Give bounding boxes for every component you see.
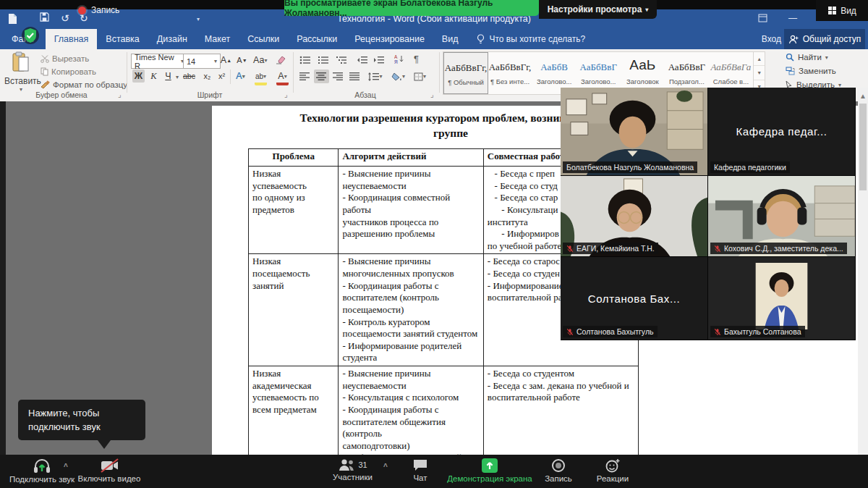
underline-dropdown[interactable]: ▾ [176, 74, 179, 80]
font-name-value: Times New R [135, 53, 181, 70]
chevron-down-icon: ▾ [645, 7, 648, 13]
qat-customize-button[interactable]: ▾ [197, 16, 200, 22]
shading-button[interactable]: ▾ [391, 70, 406, 83]
copy-button[interactable]: Копировать [41, 67, 96, 76]
paragraph-dialog-launcher[interactable]: ⌟ [430, 91, 434, 98]
find-button[interactable]: Найти▾ [786, 53, 828, 62]
superscript-glyph: х² [218, 72, 225, 80]
reactions-button[interactable]: Реакции [590, 458, 635, 483]
tab-home[interactable]: Главная [46, 29, 98, 49]
align-center-button[interactable] [314, 70, 329, 83]
cut-button[interactable]: Вырезать [41, 54, 89, 63]
video-tile-avatar[interactable]: Бахытгуль Солтанова [708, 257, 855, 340]
meeting-security-shield-icon[interactable] [21, 26, 40, 45]
undo-button[interactable]: ↺ [61, 12, 69, 24]
video-tile[interactable]: ЕАГИ, Кемайкина Т.Н. [561, 176, 707, 256]
text-effects-button[interactable]: А▾ [234, 70, 247, 83]
group-separator [127, 52, 127, 93]
participants-button[interactable]: 31 Участники [326, 458, 380, 481]
decrease-indent-button[interactable] [354, 53, 370, 67]
styles-scroll-down[interactable]: ▼ [754, 66, 765, 80]
start-video-button[interactable]: Включить видео [77, 458, 142, 483]
video-tile-camera-off[interactable]: Кафедра педаг... Кафедра педагогики [708, 88, 855, 175]
replace-button[interactable]: Заменить [786, 67, 836, 75]
font-dialog-launcher[interactable]: ⌟ [284, 91, 288, 98]
scrollbar-thumb[interactable] [859, 104, 867, 190]
align-left-button[interactable] [297, 70, 312, 83]
record-button[interactable]: Запись [538, 458, 579, 483]
format-painter-button[interactable]: Формат по образцу [41, 80, 127, 89]
underline-button[interactable]: Ч [162, 70, 174, 83]
font-size-combo[interactable]: 14▾ [183, 54, 221, 69]
tab-references[interactable]: Ссылки [239, 29, 288, 49]
video-tile-speaker[interactable]: Болатбекова Назгуль Жоламановна [561, 88, 707, 175]
tell-me-box[interactable]: Что вы хотите сделать? [467, 29, 585, 49]
show-marks-button[interactable]: ¶ [409, 52, 424, 66]
superscript-button[interactable]: х² [216, 70, 228, 83]
video-tile-camera-off[interactable]: Солтанова Бах... Солтанова Бахытгуль [561, 257, 707, 340]
ribbon-display-options-button[interactable] [758, 14, 767, 25]
bullets-button[interactable] [297, 53, 312, 67]
grow-font-glyph: А [221, 55, 226, 65]
subscript-button[interactable]: х₂ [201, 70, 213, 83]
save-button[interactable] [40, 12, 49, 24]
change-case-button[interactable]: Аа▾ [253, 54, 267, 67]
chevron-down-icon: ▾ [263, 73, 266, 80]
share-screen-button[interactable]: Демонстрация экрана [446, 458, 534, 483]
up-caret-icon: ▲ [226, 58, 231, 63]
increase-indent-button[interactable] [371, 53, 386, 67]
style-normal[interactable]: АаБбВвГг,¶ Обычный [443, 52, 488, 94]
strikethrough-button[interactable]: abc [183, 70, 195, 83]
zoom-meeting-window: ↺ ↻ ▾ Технология - Word (Сбой активации … [0, 0, 868, 488]
chat-button[interactable]: Чат [404, 458, 437, 482]
sign-in-button[interactable]: Вход [762, 29, 781, 49]
view-settings-button[interactable]: Настройки просмотра ▾ [539, 0, 657, 19]
styles-scroll-up[interactable]: ▲ [754, 52, 765, 66]
italic-button[interactable]: К [148, 70, 160, 83]
table-header-cell: Проблема [249, 149, 339, 167]
borders-icon [414, 72, 423, 81]
style-no-spacing[interactable]: АаБбВвГг,¶ Без инте... [488, 52, 532, 94]
line-spacing-icon [367, 72, 379, 81]
line-spacing-button[interactable]: ▾ [367, 70, 383, 83]
align-right-button[interactable] [331, 70, 346, 83]
record-label: Запись [545, 474, 572, 483]
font-group-label: Шрифт [166, 91, 253, 99]
muted-mic-icon [714, 328, 721, 336]
font-color-button[interactable]: А▾ [276, 70, 289, 85]
scissors-icon [41, 55, 49, 63]
minimize-button[interactable]: — [788, 13, 797, 23]
word-scrollbar[interactable]: ▲ [858, 88, 868, 455]
participants-options-chevron[interactable]: ^ [383, 463, 388, 471]
scroll-up-icon[interactable]: ▲ [858, 88, 868, 100]
tab-design[interactable]: Дизайн [148, 29, 196, 49]
tab-mailings[interactable]: Рассылки [288, 29, 346, 49]
tab-layout[interactable]: Макет [196, 29, 239, 49]
tab-view[interactable]: Вид [433, 29, 467, 49]
audio-options-chevron[interactable]: ^ [64, 463, 68, 471]
grow-font-button[interactable]: А▲ [220, 54, 232, 67]
view-button[interactable]: Вид [816, 0, 868, 21]
shrink-font-button[interactable]: А▼ [236, 54, 248, 67]
numbering-button[interactable] [315, 53, 331, 67]
clear-formatting-button[interactable] [276, 54, 286, 67]
view-settings-label: Настройки просмотра [548, 4, 642, 14]
font-name-combo[interactable]: Times New R▾ [131, 54, 187, 69]
tab-review[interactable]: Рецензирование [346, 29, 433, 49]
paste-button[interactable]: Вставить ▾ [4, 51, 38, 93]
share-document-button[interactable]: Общий доступ [784, 29, 865, 49]
bold-button[interactable]: Ж [132, 70, 145, 83]
copy-label: Копировать [51, 67, 96, 76]
justify-button[interactable] [347, 70, 362, 83]
clipboard-dialog-launcher[interactable]: ⌟ [118, 91, 122, 98]
table-cell: - Выяснение причины многочисленных пропу… [339, 254, 483, 366]
participant-name-label: ЕАГИ, Кемайкина Т.Н. [563, 243, 658, 254]
join-audio-tooltip: Нажмите, чтобы подключить звук [18, 400, 145, 440]
video-tile[interactable]: Кохович С.Д., заместитель дека... [708, 176, 855, 256]
multilevel-list-button[interactable] [333, 53, 349, 67]
borders-button[interactable]: ▾ [412, 70, 427, 83]
participant-name-text: ЕАГИ, Кемайкина Т.Н. [576, 244, 655, 253]
highlight-button[interactable]: ab▾ [255, 70, 267, 85]
tab-insert[interactable]: Вставка [97, 29, 148, 49]
sort-button[interactable]: АЯ [391, 52, 407, 66]
